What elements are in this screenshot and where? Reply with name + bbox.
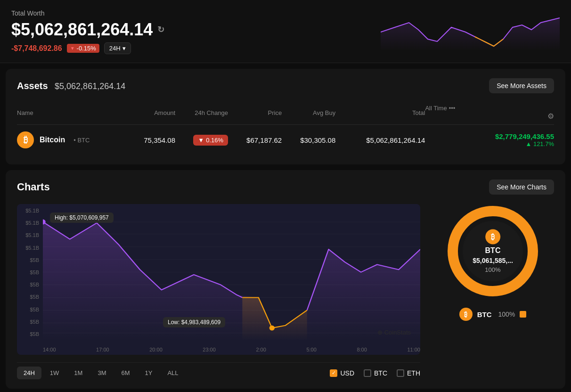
period-tab-3m[interactable]: 3M xyxy=(91,367,113,379)
coin-ticker: • BTC xyxy=(73,137,90,144)
svg-point-11 xyxy=(269,326,275,331)
y-axis: $5.1B $5.1B $5.1B $5.1B $5B $5B $5B $5B … xyxy=(17,204,43,341)
period-tab-1w[interactable]: 1W xyxy=(43,367,66,379)
assets-table: Name Amount 24h Change Price Avg Buy Tot… xyxy=(17,101,554,155)
mini-chart xyxy=(381,13,560,51)
coin-amount: 75,354.08 xyxy=(128,125,175,155)
line-chart-svg xyxy=(43,209,420,341)
legend-btc-icon: ₿ xyxy=(459,308,473,321)
btc-checkbox[interactable] xyxy=(364,369,371,377)
col-total: Total xyxy=(335,101,425,125)
filter-icon[interactable]: ⚙ xyxy=(547,112,554,120)
donut-btc-icon: ₿ xyxy=(485,229,500,245)
total-worth-label: Total Worth xyxy=(11,9,164,17)
period-tab-all[interactable]: ALL xyxy=(161,367,185,379)
legend-btc-pct: 100% xyxy=(498,310,515,318)
charts-section: Charts See More Charts $5.1B $5.1B $5.1B… xyxy=(6,170,565,389)
currency-usd[interactable]: USD xyxy=(330,369,354,377)
eth-label: ETH xyxy=(407,369,420,377)
period-value: 24H xyxy=(109,45,121,52)
coin-total: $5,062,861,264.14 xyxy=(335,125,425,155)
charts-body: $5.1B $5.1B $5.1B $5.1B $5B $5B $5B $5B … xyxy=(17,204,554,379)
x-label: 2:00 xyxy=(256,347,266,352)
coin-change: ▼ 0.16% xyxy=(175,125,228,155)
y-label: $5B xyxy=(17,270,43,275)
coin-cell: ₿ Bitcoin • BTC xyxy=(17,125,128,155)
donut-pct: 100% xyxy=(485,266,500,273)
period-select[interactable]: 24H ▾ xyxy=(104,42,131,54)
chevron-down-icon: ▾ xyxy=(122,45,126,52)
col-avg-buy: Avg Buy xyxy=(282,101,335,125)
coinstats-watermark: ⊕ CoinStats xyxy=(377,329,411,336)
y-label: $5B xyxy=(17,331,43,337)
assets-title-row: Assets $5,062,861,264.14 xyxy=(17,81,125,91)
donut-ticker: BTC xyxy=(485,246,501,255)
total-worth-value: $5,062,861,264.14 ↻ xyxy=(11,20,164,40)
x-axis: 14:00 17:00 20:00 23:00 2:00 5:00 8:00 1… xyxy=(43,347,420,352)
coin-avg-buy: $30,305.08 xyxy=(282,125,335,155)
col-name: Name xyxy=(17,101,128,125)
charts-bottom: 24H 1W 1M 3M 6M 1Y ALL USD BTC xyxy=(17,362,420,379)
y-label: $5B xyxy=(17,307,43,312)
pnl-pct-value: 121.7% xyxy=(533,140,554,147)
y-label: $5B xyxy=(17,282,43,287)
col-amount: Amount xyxy=(128,101,175,125)
usd-checkbox[interactable] xyxy=(330,369,337,377)
donut-section: ₿ BTC $5,061,585,... 100% ₿ BTC 100% xyxy=(432,204,554,321)
portfolio-summary: Total Worth $5,062,861,264.14 ↻ -$7,748,… xyxy=(11,9,164,54)
change-value: 0.16% xyxy=(206,137,223,144)
x-label: 20:00 xyxy=(149,347,163,352)
x-label: 5:00 xyxy=(306,347,316,352)
donut-chart: ₿ BTC $5,061,585,... 100% xyxy=(446,204,540,298)
currency-btc[interactable]: BTC xyxy=(364,369,387,377)
y-label: $5.1B xyxy=(17,208,43,213)
period-tab-1y[interactable]: 1Y xyxy=(139,367,159,379)
table-header-row: Name Amount 24h Change Price Avg Buy Tot… xyxy=(17,101,554,125)
y-label: $5.1B xyxy=(17,232,43,238)
coin-price: $67,187.62 xyxy=(228,125,282,155)
refresh-icon[interactable]: ↻ xyxy=(157,24,164,35)
chart-area: $5.1B $5.1B $5.1B $5.1B $5B $5B $5B $5B … xyxy=(17,204,420,379)
total-worth-amount: $5,062,861,264.14 xyxy=(11,20,153,40)
y-label: $5.1B xyxy=(17,245,43,251)
line-chart: $5.1B $5.1B $5.1B $5.1B $5B $5B $5B $5B … xyxy=(17,204,420,355)
col-all-time: All Time ••• ⚙ xyxy=(425,101,554,125)
charts-header: Charts See More Charts xyxy=(17,180,554,195)
assets-section: Assets $5,062,861,264.14 See More Assets… xyxy=(6,69,565,164)
arrow-down-icon: ▼ xyxy=(198,137,204,144)
charts-title: Charts xyxy=(17,181,50,193)
period-tab-6m[interactable]: 6M xyxy=(114,367,136,379)
y-label: $5B xyxy=(17,294,43,300)
period-tabs: 24H 1W 1M 3M 6M 1Y ALL xyxy=(17,367,185,379)
col-change: 24h Change xyxy=(175,101,228,125)
all-time-label: All Time xyxy=(425,105,447,112)
period-tab-1m[interactable]: 1M xyxy=(67,367,89,379)
see-more-charts-button[interactable]: See More Charts xyxy=(489,180,554,195)
col-price: Price xyxy=(228,101,282,125)
assets-header: Assets $5,062,861,264.14 See More Assets xyxy=(17,78,554,93)
change-negative-value: -$7,748,692.86 xyxy=(11,44,62,53)
eth-checkbox[interactable] xyxy=(397,369,404,377)
pnl-pct: ▲ 121.7% xyxy=(425,140,554,147)
y-label: $5.1B xyxy=(17,220,43,226)
ellipsis-icon: ••• xyxy=(449,105,456,112)
coin-name: Bitcoin xyxy=(40,136,65,144)
period-tab-24h[interactable]: 24H xyxy=(17,367,41,379)
donut-center: ₿ BTC $5,061,585,... 100% xyxy=(473,229,513,273)
currency-eth[interactable]: ETH xyxy=(397,369,420,377)
x-label: 23:00 xyxy=(203,347,216,352)
x-label: 17:00 xyxy=(96,347,109,352)
change-neg-badge: ▼ 0.16% xyxy=(193,135,228,146)
pnl-value: $2,779,249,436.55 xyxy=(425,132,554,140)
currency-checks: USD BTC ETH xyxy=(330,369,420,377)
assets-total: $5,062,861,264.14 xyxy=(55,82,125,91)
btc-label: BTC xyxy=(374,369,387,377)
change-badge: ▼ -0.15% xyxy=(67,44,99,53)
usd-label: USD xyxy=(340,369,354,377)
top-section: Total Worth $5,062,861,264.14 ↻ -$7,748,… xyxy=(0,0,571,63)
table-row: ₿ Bitcoin • BTC 75,354.08 ▼ 0.16% $67,18… xyxy=(17,125,554,155)
see-more-assets-button[interactable]: See More Assets xyxy=(489,78,554,93)
y-label: $5B xyxy=(17,257,43,263)
assets-title: Assets xyxy=(17,81,48,91)
high-tooltip: High: $5,070,609,957 xyxy=(50,212,114,223)
